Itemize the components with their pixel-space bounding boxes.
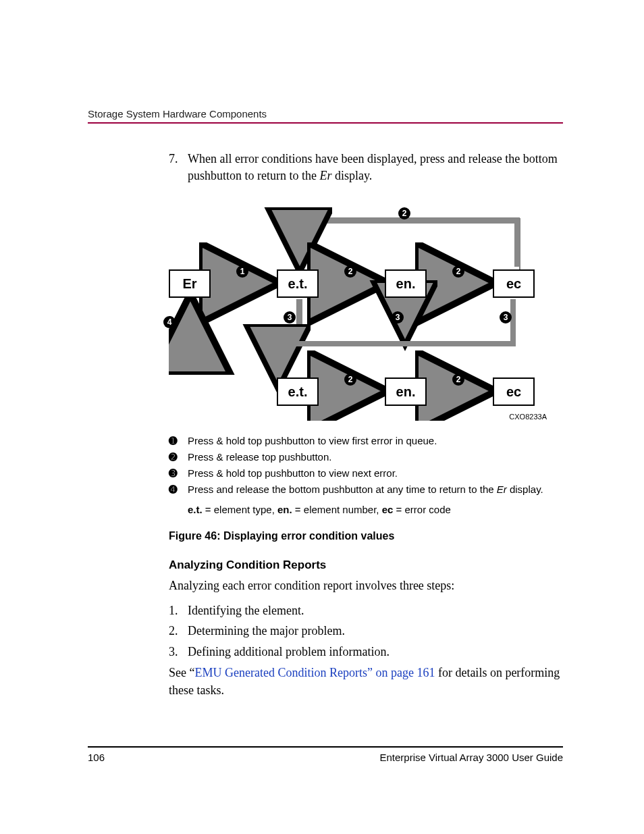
def-ec-v: = error code	[393, 504, 450, 515]
legend-mark-1: ➊	[169, 433, 188, 449]
step-7: 7. When all error conditions have been d…	[169, 151, 563, 184]
box-ec-1: ec	[493, 269, 535, 298]
analyzing-list: 1.Identifying the element. 2.Determining…	[169, 600, 563, 662]
legend-text-4a: Press and release the bottom pushbutton …	[188, 484, 497, 495]
diagram-legend: ➊Press & hold top pushbutton to view fir…	[169, 433, 563, 518]
box-en-1: en.	[385, 269, 427, 298]
ol-n-2: 2.	[169, 621, 188, 642]
box-en-2: en.	[385, 377, 427, 406]
diagram-id: CXO8233A	[509, 413, 547, 421]
legend-mark-3: ➌	[169, 465, 188, 481]
step-text-c: display.	[331, 169, 372, 182]
legend-text-2: Press & release top pushbutton.	[188, 449, 331, 465]
legend-text-3: Press & hold top pushbutton to view next…	[188, 465, 398, 481]
see-link[interactable]: EMU Generated Condition Reports” on page…	[194, 666, 435, 679]
figure-caption: Figure 46: Displaying error condition va…	[169, 530, 563, 542]
legend-text-4b: Er	[497, 484, 507, 495]
box-et-2: e.t.	[277, 377, 319, 406]
ol-n-1: 1.	[169, 600, 188, 621]
error-flow-diagram: Er e.t. en. ec e.t. en. ec 1 2 2 2 2 2 3…	[169, 205, 547, 421]
box-ec-2: ec	[493, 377, 535, 406]
see-a: See “	[169, 666, 194, 679]
def-et-v: = element type,	[203, 504, 277, 515]
def-en-v: = element number,	[292, 504, 382, 515]
ol-t-3: Defining additional problem information.	[188, 642, 390, 662]
ol-t-1: Identifying the element.	[188, 600, 304, 621]
ol-n-3: 3.	[169, 642, 188, 662]
legend-text-1: Press & hold top pushbutton to view firs…	[188, 433, 437, 449]
section-title: Storage System Hardware Components	[88, 108, 267, 120]
page-number: 106	[88, 752, 105, 763]
box-et-1: e.t.	[277, 269, 319, 298]
page-footer: 106 Enterprise Virtual Array 3000 User G…	[88, 746, 563, 763]
analyzing-intro: Analyzing each error condition report in…	[169, 577, 563, 594]
def-ec-k: ec	[382, 504, 394, 515]
ol-t-2: Determining the major problem.	[188, 621, 345, 642]
legend-text-4c: display.	[507, 484, 543, 495]
analyzing-heading: Analyzing Condition Reports	[169, 558, 563, 572]
legend-mark-2: ➋	[169, 449, 188, 465]
step-number: 7.	[169, 151, 188, 184]
step-text-er: Er	[319, 169, 331, 182]
def-et-k: e.t.	[188, 504, 203, 515]
doc-title: Enterprise Virtual Array 3000 User Guide	[379, 752, 563, 763]
step-text-a: When all error conditions have been disp…	[188, 152, 558, 182]
legend-mark-4: ➍	[169, 481, 188, 498]
box-er: Er	[169, 269, 211, 298]
def-en-k: en.	[277, 504, 292, 515]
page-header: Storage System Hardware Components	[88, 108, 563, 124]
